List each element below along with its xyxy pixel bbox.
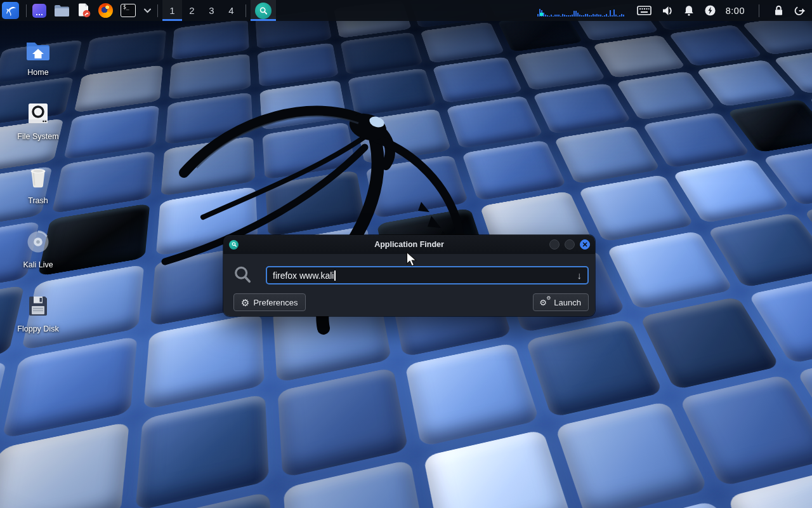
monitor-bar [587, 14, 588, 17]
launch-button[interactable]: ⚙⚙ Launch [533, 293, 589, 311]
panel-separator [246, 4, 246, 17]
desktop-icon-kali-live[interactable]: Kali Live [8, 227, 69, 269]
wallpaper-cube [533, 83, 632, 134]
launcher-bar: $_ [32, 3, 152, 18]
monitor-bar [594, 15, 596, 17]
wallpaper-cube [555, 401, 709, 508]
monitor-bar [617, 16, 619, 17]
notifications-icon[interactable] [683, 4, 695, 17]
workspace-button-2[interactable]: 2 [182, 0, 202, 21]
maximize-button[interactable] [565, 239, 575, 250]
monitor-bar [572, 15, 573, 17]
wallpaper-cube [63, 105, 159, 159]
top-panel: $_ 1 2 3 4 [0, 0, 812, 21]
monitor-bar [554, 15, 556, 17]
minimize-button[interactable] [549, 239, 560, 250]
monitor-bar [596, 14, 598, 17]
monitor-bar [562, 14, 563, 17]
logout-icon[interactable] [794, 5, 806, 17]
file-manager-icon[interactable] [54, 4, 70, 17]
monitor-bar [589, 15, 590, 17]
lock-icon[interactable] [773, 4, 784, 17]
terminal-icon[interactable]: $_ [121, 4, 136, 17]
workspace-button-4[interactable]: 4 [221, 0, 241, 21]
window-app-icon[interactable] [32, 4, 46, 18]
monitor-bar [566, 15, 567, 17]
firefox-icon[interactable] [98, 3, 113, 18]
wallpaper-cube [554, 126, 660, 184]
monitor-bar [549, 16, 550, 17]
desktop-icon-floppy-disk[interactable]: Floppy Disk [8, 291, 69, 333]
desktop-icon-file-system[interactable]: File System [8, 98, 69, 141]
monitor-bar [577, 13, 579, 17]
wallpaper-cube [514, 46, 606, 91]
monitor-bar [570, 15, 571, 17]
workspace-label: 3 [209, 5, 214, 16]
workspace-label: 4 [228, 5, 233, 16]
wallpaper-cube [579, 175, 695, 242]
monitor-bar [545, 15, 546, 17]
monitor-bar [598, 15, 599, 17]
monitor-bar [539, 9, 540, 17]
floppy-disk-icon [23, 291, 53, 321]
monitor-bar [593, 14, 594, 17]
workspace-button-1[interactable]: 1 [162, 0, 182, 21]
monitor-bar [581, 15, 582, 17]
wallpaper-cube [593, 35, 686, 78]
monitor-bar [608, 16, 609, 17]
monitor-bar [615, 15, 617, 17]
monitor-bar [602, 16, 603, 17]
monitor-bar [619, 15, 620, 17]
wallpaper-cube [606, 231, 733, 309]
keyboard-icon[interactable] [637, 5, 652, 16]
kali-menu-button[interactable] [2, 2, 19, 19]
wallpaper-cube [135, 394, 269, 508]
window-title: Application Finder [223, 240, 595, 249]
monitor-bar [551, 15, 552, 17]
monitor-bar [553, 16, 554, 17]
launch-button-label: Launch [554, 298, 581, 307]
volume-icon[interactable] [661, 4, 674, 17]
close-button[interactable]: ✕ [580, 239, 590, 250]
search-input[interactable]: firefox www.kali ↓ [266, 266, 589, 284]
launch-gears-icon: ⚙⚙ [540, 298, 550, 307]
text-editor-icon[interactable] [77, 3, 91, 18]
monitor-bar [547, 15, 548, 17]
preferences-button[interactable]: ⚙ Preferences [233, 293, 306, 311]
monitor-bar [537, 14, 539, 17]
kali-menu-icon [4, 4, 16, 17]
home-folder-icon [23, 34, 53, 65]
monitor-bar [560, 16, 561, 17]
desktop-icon-trash[interactable]: Trash [8, 163, 69, 205]
desktop-icon-label: Kali Live [23, 260, 53, 269]
preferences-button-label: Preferences [253, 298, 298, 307]
search-input-value: firefox www.kali [273, 271, 334, 281]
wallpaper-cube [420, 22, 504, 63]
monitor-bar [621, 14, 622, 17]
application-finder-task-button[interactable] [251, 0, 276, 21]
monitor-bar [604, 15, 605, 17]
search-row: firefox www.kali ↓ [233, 265, 589, 285]
power-icon[interactable] [704, 4, 716, 17]
monitor-bar [579, 15, 580, 17]
monitor-bar [613, 10, 615, 17]
monitor-bar [623, 15, 624, 17]
workspace-button-3[interactable]: 3 [202, 0, 221, 21]
gear-icon: ⚙ [241, 298, 249, 307]
system-tray: 8:00 [537, 4, 812, 17]
hard-drive-icon [23, 98, 53, 129]
chevron-down-icon[interactable] [143, 8, 152, 14]
panel-separator [759, 4, 759, 17]
wallpaper-cube [172, 19, 249, 60]
desktop-icon-label: Floppy Disk [17, 324, 58, 333]
application-finder-icon [255, 3, 272, 19]
monitor-bar [558, 15, 560, 17]
panel-clock[interactable]: 8:00 [726, 6, 745, 16]
system-monitor[interactable] [537, 7, 627, 17]
monitor-bar [556, 15, 558, 17]
monitor-bar [573, 11, 575, 17]
desktop-icon-home[interactable]: Home [8, 34, 69, 77]
arrow-down-icon[interactable]: ↓ [577, 270, 582, 281]
monitor-bar [606, 14, 607, 17]
monitor-bar [600, 15, 601, 17]
